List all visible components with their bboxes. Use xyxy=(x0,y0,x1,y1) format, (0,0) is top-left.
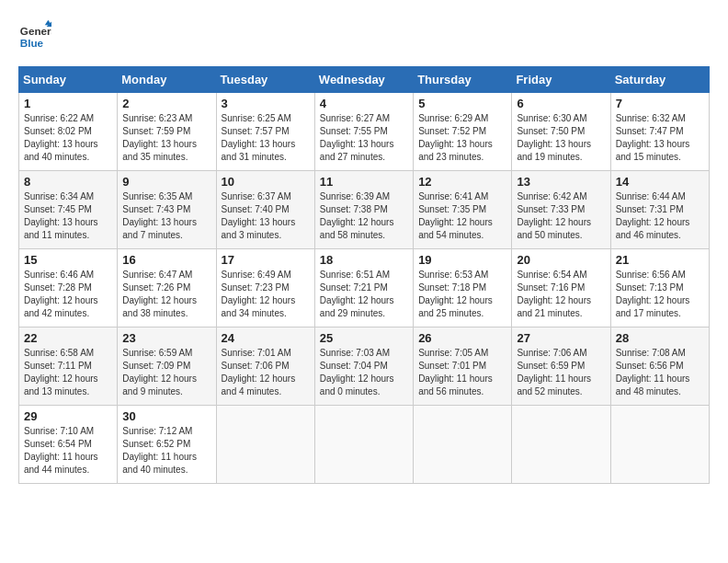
weekday-header-thursday: Thursday xyxy=(414,67,512,93)
cell-info: Sunrise: 6:22 AM xyxy=(24,112,112,125)
cell-info: Daylight: 11 hours xyxy=(24,451,112,464)
cell-info: Sunset: 7:09 PM xyxy=(122,360,210,373)
cell-info: and 48 minutes. xyxy=(616,385,704,398)
calendar-cell: 8Sunrise: 6:34 AMSunset: 7:45 PMDaylight… xyxy=(19,171,118,249)
cell-info: Daylight: 12 hours xyxy=(222,294,310,307)
cell-info: Sunrise: 6:37 AM xyxy=(222,190,310,203)
cell-info: Sunrise: 6:27 AM xyxy=(320,112,408,125)
cell-info: Daylight: 12 hours xyxy=(320,216,408,229)
cell-info: and 40 minutes. xyxy=(122,464,210,477)
cell-info: Sunrise: 6:42 AM xyxy=(517,190,605,203)
cell-info: Sunrise: 6:56 AM xyxy=(616,269,704,282)
cell-info: Sunset: 7:01 PM xyxy=(418,360,506,373)
cell-info: Sunrise: 6:54 AM xyxy=(517,269,605,282)
cell-info: Sunrise: 6:44 AM xyxy=(616,190,704,203)
calendar-cell: 15Sunrise: 6:46 AMSunset: 7:28 PMDayligh… xyxy=(19,249,118,327)
calendar-cell: 23Sunrise: 6:59 AMSunset: 7:09 PMDayligh… xyxy=(118,327,216,406)
weekday-header-wednesday: Wednesday xyxy=(314,67,413,93)
day-number: 12 xyxy=(418,175,506,189)
cell-info: Daylight: 12 hours xyxy=(122,294,210,307)
cell-info: and 19 minutes. xyxy=(517,151,605,164)
cell-info: Daylight: 11 hours xyxy=(517,373,605,385)
calendar-cell: 17Sunrise: 6:49 AMSunset: 7:23 PMDayligh… xyxy=(216,249,314,327)
cell-info: Sunset: 7:18 PM xyxy=(418,282,506,294)
logo-icon: General Blue xyxy=(18,18,51,52)
cell-info: Sunset: 8:02 PM xyxy=(24,125,112,138)
calendar-cell: 25Sunrise: 7:03 AMSunset: 7:04 PMDayligh… xyxy=(314,327,413,406)
calendar-cell: 24Sunrise: 7:01 AMSunset: 7:06 PMDayligh… xyxy=(216,327,314,406)
day-number: 7 xyxy=(616,97,704,110)
weekday-header-monday: Monday xyxy=(118,67,216,93)
cell-info: Sunset: 7:59 PM xyxy=(122,125,210,138)
cell-info: Sunset: 7:13 PM xyxy=(616,282,704,294)
cell-info: Sunset: 7:11 PM xyxy=(24,360,112,373)
cell-info: Sunset: 6:54 PM xyxy=(24,438,112,451)
cell-info: Sunset: 7:06 PM xyxy=(222,360,310,373)
cell-info: Sunset: 6:59 PM xyxy=(517,360,605,373)
cell-info: Sunrise: 7:06 AM xyxy=(517,347,605,360)
cell-info: and 23 minutes. xyxy=(418,151,506,164)
cell-info: and 7 minutes. xyxy=(122,229,210,242)
calendar-cell: 7Sunrise: 6:32 AMSunset: 7:47 PMDaylight… xyxy=(610,93,709,171)
calendar-cell: 6Sunrise: 6:30 AMSunset: 7:50 PMDaylight… xyxy=(512,93,610,171)
cell-info: Daylight: 12 hours xyxy=(222,373,310,385)
cell-info: Sunset: 7:23 PM xyxy=(222,282,310,294)
day-number: 16 xyxy=(122,253,210,267)
day-number: 11 xyxy=(320,175,408,189)
calendar-week-2: 8Sunrise: 6:34 AMSunset: 7:45 PMDaylight… xyxy=(19,171,710,249)
cell-info: and 54 minutes. xyxy=(418,229,506,242)
cell-info: Sunset: 7:57 PM xyxy=(222,125,310,138)
calendar-cell: 30Sunrise: 7:12 AMSunset: 6:52 PMDayligh… xyxy=(118,406,216,484)
cell-info: and 4 minutes. xyxy=(222,385,310,398)
calendar-cell: 9Sunrise: 6:35 AMSunset: 7:43 PMDaylight… xyxy=(118,171,216,249)
calendar-cell: 29Sunrise: 7:10 AMSunset: 6:54 PMDayligh… xyxy=(19,406,118,484)
cell-info: Sunset: 7:52 PM xyxy=(418,125,506,138)
cell-info: Sunrise: 6:49 AM xyxy=(222,269,310,282)
day-number: 23 xyxy=(122,331,210,345)
calendar-cell: 21Sunrise: 6:56 AMSunset: 7:13 PMDayligh… xyxy=(610,249,709,327)
calendar-cell: 13Sunrise: 6:42 AMSunset: 7:33 PMDayligh… xyxy=(512,171,610,249)
cell-info: Daylight: 11 hours xyxy=(616,373,704,385)
cell-info: Daylight: 13 hours xyxy=(24,138,112,151)
day-number: 1 xyxy=(24,97,112,110)
day-number: 25 xyxy=(320,331,408,345)
cell-info: Sunset: 7:45 PM xyxy=(24,203,112,216)
cell-info: and 17 minutes. xyxy=(616,307,704,320)
day-number: 30 xyxy=(122,409,210,423)
cell-info: Daylight: 12 hours xyxy=(320,294,408,307)
day-number: 29 xyxy=(24,409,112,423)
calendar-cell: 20Sunrise: 6:54 AMSunset: 7:16 PMDayligh… xyxy=(512,249,610,327)
cell-info: and 50 minutes. xyxy=(517,229,605,242)
cell-info: Sunrise: 7:03 AM xyxy=(320,347,408,360)
cell-info: and 15 minutes. xyxy=(616,151,704,164)
cell-info: Sunset: 7:04 PM xyxy=(320,360,408,373)
cell-info: Sunrise: 6:53 AM xyxy=(418,269,506,282)
calendar-week-5: 29Sunrise: 7:10 AMSunset: 6:54 PMDayligh… xyxy=(19,406,710,484)
calendar-cell: 22Sunrise: 6:58 AMSunset: 7:11 PMDayligh… xyxy=(19,327,118,406)
cell-info: Daylight: 12 hours xyxy=(418,216,506,229)
cell-info: and 44 minutes. xyxy=(24,464,112,477)
cell-info: Sunrise: 6:30 AM xyxy=(517,112,605,125)
cell-info: Sunset: 7:47 PM xyxy=(616,125,704,138)
cell-info: Sunrise: 6:29 AM xyxy=(418,112,506,125)
cell-info: Daylight: 13 hours xyxy=(418,138,506,151)
cell-info: Sunset: 6:52 PM xyxy=(122,438,210,451)
calendar-cell: 19Sunrise: 6:53 AMSunset: 7:18 PMDayligh… xyxy=(414,249,512,327)
calendar-cell: 11Sunrise: 6:39 AMSunset: 7:38 PMDayligh… xyxy=(314,171,413,249)
day-number: 9 xyxy=(122,175,210,189)
cell-info: Daylight: 13 hours xyxy=(222,216,310,229)
cell-info: Sunset: 7:40 PM xyxy=(222,203,310,216)
cell-info: Daylight: 11 hours xyxy=(122,451,210,464)
calendar-cell: 12Sunrise: 6:41 AMSunset: 7:35 PMDayligh… xyxy=(414,171,512,249)
cell-info: and 11 minutes. xyxy=(24,229,112,242)
day-number: 19 xyxy=(418,253,506,267)
cell-info: and 9 minutes. xyxy=(122,385,210,398)
cell-info: Daylight: 13 hours xyxy=(122,216,210,229)
cell-info: Sunrise: 6:34 AM xyxy=(24,190,112,203)
cell-info: and 40 minutes. xyxy=(24,151,112,164)
calendar-cell xyxy=(610,406,709,484)
calendar-cell: 5Sunrise: 6:29 AMSunset: 7:52 PMDaylight… xyxy=(414,93,512,171)
cell-info: and 58 minutes. xyxy=(320,229,408,242)
cell-info: and 13 minutes. xyxy=(24,385,112,398)
cell-info: Sunrise: 7:08 AM xyxy=(616,347,704,360)
